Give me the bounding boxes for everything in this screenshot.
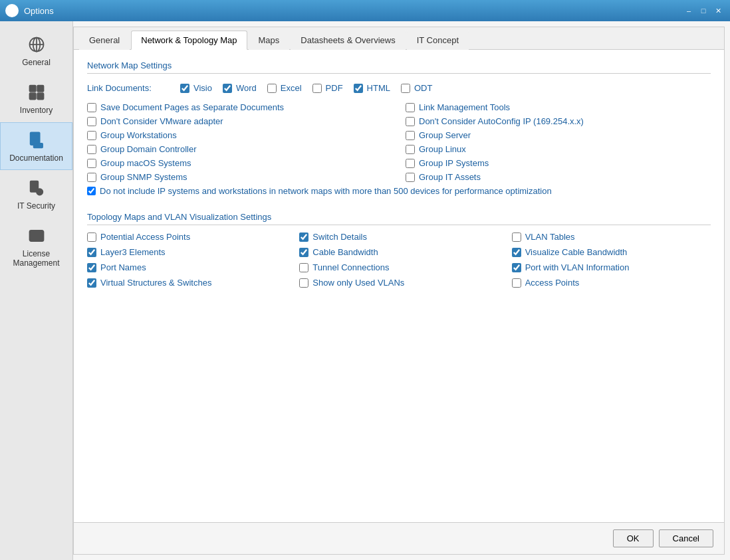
no-ip-perf-label[interactable]: Do not include IP systems and workstatio… [100,186,552,196]
tunnel-conn-checkbox[interactable] [299,263,308,272]
group-macos-label[interactable]: Group macOS Systems [100,158,191,168]
visualize-bw-label[interactable]: Visualize Cable Bandwidth [525,247,628,257]
tab-maps[interactable]: Maps [249,31,290,50]
no-autoconfig-label[interactable]: Don't Consider AutoConfig IP (169.254.x.… [419,116,584,126]
odt-label[interactable]: ODT [414,83,432,93]
group-it-checkbox[interactable] [406,173,415,182]
minimize-button[interactable]: – [682,5,695,16]
switch-details-label[interactable]: Switch Details [312,232,367,242]
sidebar-label-general: General [22,58,51,67]
save-separate-checkbox[interactable] [87,103,96,112]
port-names-label[interactable]: Port Names [100,262,146,272]
group-it-label[interactable]: Group IT Assets [419,172,481,182]
sidebar: General Inventory Documentation IT Secur… [0,21,73,560]
group-snmp-label[interactable]: Group SNMP Systems [100,172,187,182]
html-checkbox[interactable] [354,84,363,93]
port-vlan-label[interactable]: Port with VLAN Information [525,262,630,272]
access-points-checkbox[interactable] [512,278,521,288]
vlan-tables-label[interactable]: VLAN Tables [525,232,575,242]
sidebar-item-general[interactable]: General [0,27,72,74]
svg-rect-10 [37,86,43,92]
checkbox-switch-details: Switch Details [299,232,498,242]
network-checkboxes-grid: Save Document Pages as Separate Document… [87,102,711,182]
cable-bw-checkbox[interactable] [299,248,308,257]
ok-button[interactable]: OK [613,529,654,547]
group-ip-checkbox[interactable] [406,159,415,168]
show-used-vlans-label[interactable]: Show only Used VLANs [312,278,404,288]
group-domain-checkbox[interactable] [87,145,96,154]
save-separate-label[interactable]: Save Document Pages as Separate Document… [100,102,284,112]
sidebar-item-inventory[interactable]: Inventory [0,74,72,122]
link-documents-row: Link Documents: Visio Word Excel [87,80,711,96]
checkbox-cable-bw: Cable Bandwidth [299,247,498,257]
html-label[interactable]: HTML [367,83,390,93]
checkbox-layer3: Layer3 Elements [87,247,286,257]
layer3-checkbox[interactable] [87,248,96,257]
excel-label[interactable]: Excel [281,83,302,93]
sidebar-item-license[interactable]: License Management [0,218,72,275]
svg-rect-9 [29,86,35,92]
group-domain-label[interactable]: Group Domain Controller [100,144,197,154]
group-linux-label[interactable]: Group Linux [419,144,466,154]
port-names-checkbox[interactable] [87,263,96,272]
excel-checkbox[interactable] [267,84,277,93]
cancel-button[interactable]: Cancel [659,529,713,547]
maximize-button[interactable]: □ [697,5,710,16]
checkbox-group-domain: Group Domain Controller [87,144,392,154]
link-docs-label: Link Documents: [87,83,167,93]
no-ip-perf-checkbox[interactable] [87,187,96,195]
tab-itconcept[interactable]: IT Concept [407,31,469,50]
link-mgmt-label[interactable]: Link Management Tools [419,102,510,112]
visio-checkbox[interactable] [180,84,189,93]
checkbox-group-it: Group IT Assets [406,172,711,182]
tab-datasheets[interactable]: Datasheets & Overviews [291,31,405,50]
port-vlan-checkbox[interactable] [512,263,521,272]
tunnel-conn-label[interactable]: Tunnel Connections [312,262,389,272]
no-vmware-checkbox[interactable] [87,117,96,126]
group-ip-label[interactable]: Group IP Systems [419,158,489,168]
sidebar-label-inventory: Inventory [20,106,53,115]
checkbox-link-mgmt: Link Management Tools [406,102,711,112]
pdf-checkbox[interactable] [312,84,322,93]
potential-access-checkbox[interactable] [87,233,96,242]
tab-general[interactable]: General [79,31,130,50]
vlan-tables-checkbox[interactable] [512,233,521,242]
group-snmp-checkbox[interactable] [87,173,96,182]
title-bar: Options – □ ✕ [0,0,730,21]
visualize-bw-checkbox[interactable] [512,248,521,257]
potential-access-label[interactable]: Potential Access Points [100,232,190,242]
tab-network-topology[interactable]: Network & Topology Map [131,31,247,50]
access-points-label[interactable]: Access Points [525,278,580,288]
checkbox-group-server: Group Server [406,130,711,140]
pdf-label[interactable]: PDF [326,83,343,93]
group-server-checkbox[interactable] [406,131,415,140]
group-server-label[interactable]: Group Server [419,130,471,140]
group-workstations-checkbox[interactable] [87,131,96,140]
group-macos-checkbox[interactable] [87,159,96,168]
close-button[interactable]: ✕ [711,5,725,16]
no-vmware-label[interactable]: Don't Consider VMware adapter [100,116,223,126]
checkbox-odt: ODT [401,83,432,93]
virtual-struct-checkbox[interactable] [87,278,96,288]
topology-vlan-section: Topology Maps and VLAN Visualization Set… [87,212,711,288]
switch-details-checkbox[interactable] [299,233,308,242]
checkbox-visio: Visio [180,83,212,93]
sidebar-item-documentation[interactable]: Documentation [0,122,72,170]
word-label[interactable]: Word [236,83,257,93]
virtual-struct-label[interactable]: Virtual Structures & Switches [100,278,211,288]
group-linux-checkbox[interactable] [406,145,415,154]
show-used-vlans-checkbox[interactable] [299,278,308,288]
link-mgmt-checkbox[interactable] [406,103,415,112]
sidebar-label-itsecurity: IT Security [17,201,55,211]
layer3-label[interactable]: Layer3 Elements [100,247,166,257]
odt-checkbox[interactable] [401,84,410,93]
sidebar-item-itsecurity[interactable]: IT Security [0,170,72,218]
cable-bw-label[interactable]: Cable Bandwidth [312,247,378,257]
checkbox-group-macos: Group macOS Systems [87,158,392,168]
inventory-icon [26,82,47,103]
word-checkbox[interactable] [223,84,232,93]
no-autoconfig-checkbox[interactable] [406,117,415,126]
no-ip-perf-row: Do not include IP systems and workstatio… [87,186,711,196]
group-workstations-label[interactable]: Group Workstations [100,130,177,140]
visio-label[interactable]: Visio [193,83,212,93]
